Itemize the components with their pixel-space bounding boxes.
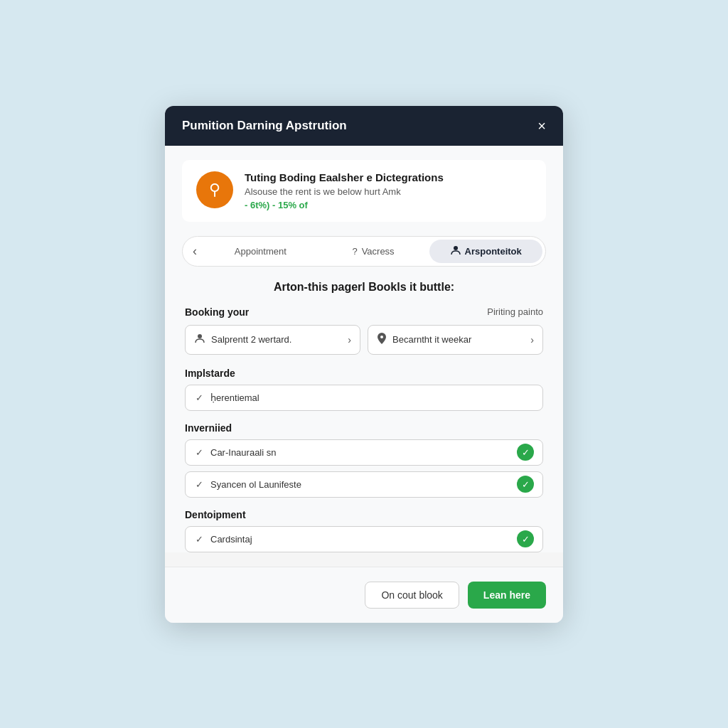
modal-header: Pumition Darning Apstrution ×	[165, 106, 563, 146]
selector-location-left: Becarntht it weekar	[377, 333, 471, 347]
selector-location-text: Becarntht it weekar	[392, 334, 471, 345]
field-cardsintaj[interactable]: ✓ Cardsintaj ✓	[185, 526, 543, 552]
group-inverniied: Inverniied ✓ Car-Inauraali sn ✓ ✓ Syance…	[185, 422, 543, 498]
property-card: ⚲ Tuting Boding Eaalsher e Dictegrations…	[182, 160, 546, 222]
selector-location-chevron: ›	[530, 334, 534, 346]
check-icon-3: ✓	[196, 479, 203, 490]
group-dentoipment: Dentoipment ✓ Cardsintaj ✓	[185, 509, 543, 552]
field-herentiemal[interactable]: ✓ ḥerentiemal	[185, 385, 543, 411]
field-herentiemal-text: ḥerentiemal	[210, 392, 532, 403]
green-check-2: ✓	[517, 476, 534, 493]
tab-appointment-label: Appointment	[235, 246, 287, 257]
selector-row: Salprentt 2 wertard. › Becarntht it week…	[185, 325, 543, 355]
selector-location[interactable]: Becarntht it weekar ›	[368, 325, 543, 355]
modal-body: ⚲ Tuting Boding Eaalsher e Dictegrations…	[165, 146, 563, 552]
modal: Pumition Darning Apstrution × ⚲ Tuting B…	[165, 106, 563, 623]
group-implstarde: Implstarde ✓ ḥerentiemal	[185, 368, 543, 411]
group-dentoipment-label: Dentoipment	[185, 509, 543, 520]
tab-arsponteitok[interactable]: Arsponteitok	[429, 240, 542, 263]
tab-arsponteitok-icon	[451, 245, 461, 257]
check-icon-2: ✓	[196, 447, 203, 458]
property-subtitle: Alsouse the rent is we below hurt Amk	[245, 186, 532, 197]
property-icon: ⚲	[196, 171, 233, 208]
property-info: Tuting Boding Eaalsher e Dictegrations A…	[245, 171, 532, 210]
booking-label: Booking your	[185, 306, 249, 318]
secondary-button[interactable]: On cout blook	[365, 582, 459, 609]
guests-icon	[194, 333, 205, 347]
tab-arsponteitok-label: Arsponteitok	[465, 246, 522, 257]
selector-guests-chevron: ›	[348, 334, 351, 346]
field-cardsintaj-text: Cardsintaj	[210, 534, 532, 545]
svg-point-0	[454, 246, 458, 250]
selector-guests[interactable]: Salprentt 2 wertard. ›	[185, 325, 360, 355]
check-icon-1: ✓	[196, 392, 203, 403]
check-icon-4: ✓	[196, 534, 203, 545]
field-syancen[interactable]: ✓ Syancen ol Launifeste ✓	[185, 471, 543, 498]
selector-guests-left: Salprentt 2 wertard.	[194, 333, 291, 347]
booking-row: Booking your Piriting painto	[185, 306, 543, 318]
tab-back-button[interactable]: ‹	[186, 240, 204, 263]
field-car-inauraali[interactable]: ✓ Car-Inauraali sn ✓	[185, 439, 543, 466]
location-icon	[377, 333, 387, 347]
field-syancen-text: Syancen ol Launifeste	[210, 479, 532, 490]
property-icon-symbol: ⚲	[209, 181, 220, 199]
modal-title: Pumition Darning Apstrution	[182, 119, 347, 133]
svg-point-1	[198, 334, 202, 338]
tab-vacress[interactable]: ? Vacress	[317, 240, 430, 262]
field-car-inauraali-text: Car-Inauraali sn	[210, 447, 532, 458]
group-inverniied-label: Inverniied	[185, 422, 543, 434]
tab-vacress-icon: ?	[352, 246, 357, 257]
content-section: Arton-this pagerl Bookls it buttle: Book…	[182, 281, 546, 552]
green-check-1: ✓	[517, 444, 534, 461]
group-implstarde-label: Implstarde	[185, 368, 543, 379]
booking-link: Piriting painto	[487, 306, 543, 317]
section-heading: Arton-this pagerl Bookls it buttle:	[185, 281, 543, 294]
green-check-3: ✓	[517, 530, 534, 547]
modal-footer: On cout blook Lean here	[165, 567, 563, 623]
svg-point-3	[380, 336, 383, 338]
close-button[interactable]: ×	[537, 119, 546, 133]
property-discount: - 6t%) - 15% of	[245, 200, 532, 210]
selector-guests-text: Salprentt 2 wertard.	[211, 334, 291, 345]
tab-bar: ‹ Appointment ? Vacress Arsponteitok	[182, 236, 546, 267]
property-title: Tuting Boding Eaalsher e Dictegrations	[245, 171, 532, 183]
tab-vacress-label: Vacress	[362, 246, 395, 257]
primary-button[interactable]: Lean here	[468, 582, 546, 609]
tab-appointment[interactable]: Appointment	[204, 240, 317, 262]
